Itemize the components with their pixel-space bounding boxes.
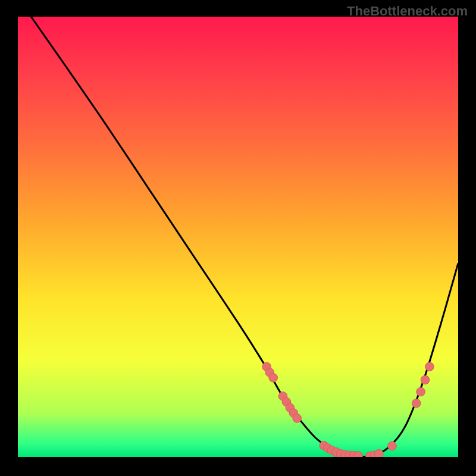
curve-marker [293, 414, 302, 423]
curve-marker [374, 449, 383, 457]
curve-marker [425, 362, 434, 371]
chart-svg [18, 17, 458, 457]
watermark-text: TheBottleneck.com [347, 4, 468, 19]
curve-marker [412, 399, 421, 408]
curve-markers [262, 362, 434, 457]
curve-marker [416, 387, 425, 396]
bottleneck-curve [31, 17, 458, 457]
curve-marker [269, 373, 278, 382]
curve-marker [388, 441, 397, 450]
curve-marker [421, 375, 430, 384]
